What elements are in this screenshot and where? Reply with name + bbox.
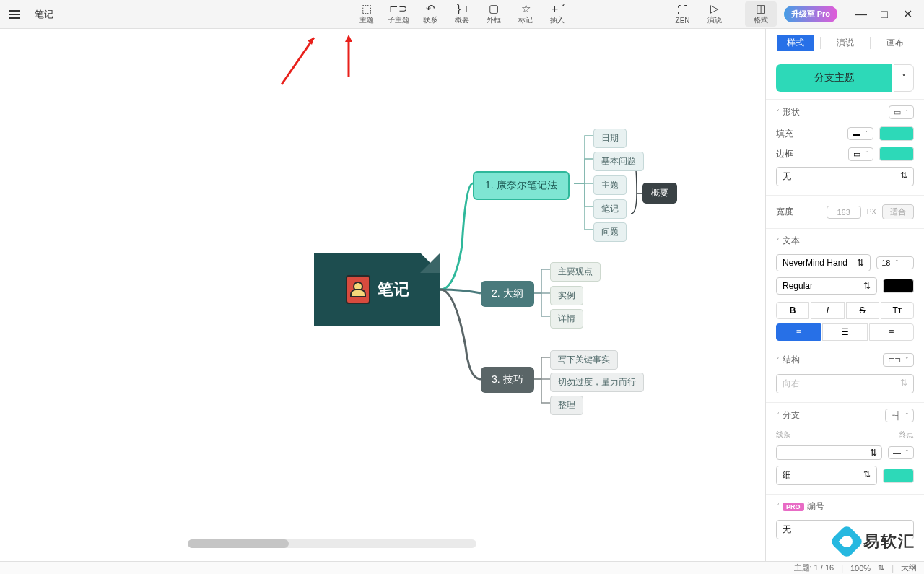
- mindmap-leaf[interactable]: 切勿过度，量力而行: [550, 373, 644, 392]
- tool-topic[interactable]: ⬚主题: [351, 1, 383, 27]
- chevron-down-icon[interactable]: ˅: [776, 108, 780, 116]
- tool-summary[interactable]: }□概要: [446, 1, 478, 27]
- maximize-button[interactable]: □: [879, 9, 889, 19]
- tool-relationship[interactable]: ↶联系: [414, 1, 446, 27]
- section-width: 宽度 PX 适合: [766, 195, 924, 228]
- window-controls: — □ ✕: [845, 9, 924, 19]
- font-size-select[interactable]: 18˅: [876, 256, 914, 269]
- subtopic-icon: ⊏⊃: [389, 3, 408, 14]
- structure-selector[interactable]: ⊏⊐˅: [883, 353, 914, 367]
- mindmap-leaf[interactable]: 笔记: [593, 199, 627, 219]
- mindmap-leaf[interactable]: 日期: [593, 129, 627, 148]
- zoom-level[interactable]: 100%: [850, 564, 871, 573]
- panel-tabs: 样式 演说 画布: [766, 29, 924, 57]
- tool-insert[interactable]: ＋˅插入: [541, 1, 573, 27]
- toolbar-right: ⛶ZEN ▷演说 ◫格式 升级至 Pro — □ ✕: [667, 1, 924, 27]
- tool-marker[interactable]: ☆标记: [510, 1, 541, 27]
- tool-zen[interactable]: ⛶ZEN: [667, 3, 699, 26]
- topic-icon: ⬚: [362, 3, 372, 14]
- case-button[interactable]: Tт: [881, 302, 914, 319]
- mindmap-branch-1[interactable]: 1. 康奈尔笔记法: [473, 171, 570, 200]
- annotation-arrow-1: [274, 30, 325, 88]
- border-style-select[interactable]: ▭˅: [848, 147, 873, 161]
- minimize-button[interactable]: —: [856, 9, 866, 19]
- mindmap-leaf[interactable]: 写下关键事实: [550, 350, 618, 370]
- chevron-down-icon[interactable]: ˅: [776, 412, 780, 419]
- width-input[interactable]: [827, 206, 861, 219]
- mindmap-branch-2[interactable]: 2. 大纲: [481, 281, 534, 307]
- watermark: 易软汇: [834, 529, 915, 554]
- section-structure: ˅结构 ⊏⊐˅ 向右⇅: [766, 347, 924, 402]
- svg-marker-3: [345, 35, 352, 42]
- tab-style[interactable]: 样式: [777, 35, 814, 51]
- mindmap-leaf[interactable]: 主要观点: [550, 262, 601, 282]
- root-label: 笔记: [378, 279, 409, 300]
- mindmap-root-node[interactable]: 笔记: [314, 253, 440, 326]
- mindmap-branch-3[interactable]: 3. 技巧: [481, 367, 534, 393]
- thickness-select[interactable]: 细⇅: [776, 466, 877, 485]
- mindmap-leaf[interactable]: 基本问题: [593, 152, 644, 171]
- fill-color-swatch[interactable]: [879, 126, 914, 141]
- svg-marker-1: [308, 38, 314, 45]
- horizontal-scrollbar[interactable]: [188, 539, 476, 548]
- chevron-down-icon[interactable]: ˅: [776, 503, 780, 510]
- branch-topic-button[interactable]: 分支主题: [776, 64, 892, 92]
- summary-icon: }□: [457, 3, 467, 14]
- tool-subtopic[interactable]: ⊏⊃子主题: [383, 1, 414, 27]
- upgrade-pro-badge[interactable]: 升级至 Pro: [784, 6, 837, 22]
- align-center-button[interactable]: ☰: [822, 323, 867, 341]
- tool-format[interactable]: ◫格式: [745, 1, 777, 27]
- tool-pitch[interactable]: ▷演说: [699, 1, 731, 27]
- hamburger-menu[interactable]: [0, 14, 29, 15]
- branch-color-swatch[interactable]: [883, 469, 914, 483]
- fit-button[interactable]: 适合: [882, 204, 914, 219]
- line-style-preview[interactable]: ⇅: [776, 445, 882, 460]
- mindmap-summary-node[interactable]: 概要: [642, 183, 677, 204]
- mindmap-leaf[interactable]: 问题: [593, 222, 627, 242]
- chevron-down-icon[interactable]: ˅: [776, 356, 780, 364]
- tab-pitch[interactable]: 演说: [827, 35, 864, 51]
- align-left-button[interactable]: ≡: [776, 323, 821, 341]
- mindmap-leaf[interactable]: 详情: [550, 309, 583, 329]
- watermark-text: 易软汇: [863, 531, 915, 552]
- branch-style-selector[interactable]: ╶┤˅: [885, 409, 914, 422]
- close-button[interactable]: ✕: [902, 9, 912, 19]
- branch-dropdown[interactable]: ˅: [894, 64, 914, 92]
- strike-button[interactable]: S: [846, 302, 879, 319]
- canvas[interactable]: 笔记 1. 康奈尔笔记法 2. 大纲 3. 技巧 日期 基本问题 主题 笔记 问…: [0, 29, 765, 561]
- endpoint-select[interactable]: —˅: [888, 446, 914, 459]
- scrollbar-thumb[interactable]: [188, 539, 289, 548]
- statusbar: 主题: 1 / 16 | 100%⇅ | 大纲: [0, 561, 924, 574]
- document-title: 笔记: [35, 8, 53, 21]
- section-shape: ˅形状 ▭˅ 填充 ▬˅ 边框 ▭˅ 无⇅: [766, 99, 924, 195]
- view-mode[interactable]: 大纲: [901, 562, 917, 573]
- text-color-swatch[interactable]: [883, 279, 914, 293]
- font-weight-select[interactable]: Regular⇅: [776, 277, 877, 295]
- mindmap-leaf[interactable]: 主题: [593, 175, 627, 195]
- format-panel: 样式 演说 画布 分支主题 ˅ ˅形状 ▭˅ 填充 ▬˅ 边框 ▭˅ 无⇅ 宽度: [765, 29, 924, 561]
- border-color-swatch[interactable]: [879, 147, 914, 161]
- titlebar: 笔记 ⬚主题 ⊏⊃子主题 ↶联系 }□概要 ▢外框 ☆标记 ＋˅插入 ⛶ZEN …: [0, 0, 924, 29]
- toolbar-center: ⬚主题 ⊏⊃子主题 ↶联系 }□概要 ▢外框 ☆标记 ＋˅插入: [351, 1, 573, 27]
- marker-icon: ☆: [521, 3, 531, 14]
- insert-icon: ＋˅: [549, 3, 566, 14]
- tool-boundary[interactable]: ▢外框: [478, 1, 510, 27]
- boundary-icon: ▢: [489, 3, 499, 14]
- direction-select[interactable]: 向右⇅: [776, 374, 914, 393]
- shape-selector[interactable]: ▭˅: [889, 105, 914, 119]
- fill-style-select[interactable]: ▬˅: [847, 127, 873, 140]
- mindmap-leaf[interactable]: 实例: [550, 286, 583, 305]
- notebook-icon: [346, 275, 370, 304]
- section-branch: ˅分支 ╶┤˅ 线条 终点 ⇅ —˅ 细⇅: [766, 402, 924, 494]
- italic-button[interactable]: I: [811, 302, 844, 319]
- pitch-icon: ▷: [710, 3, 719, 14]
- tab-canvas[interactable]: 画布: [876, 35, 914, 51]
- relationship-icon: ↶: [426, 3, 435, 14]
- font-select[interactable]: NeverMind Hand⇅: [776, 254, 871, 271]
- topic-count: 主题: 1 / 16: [794, 562, 834, 573]
- bold-button[interactable]: B: [776, 302, 809, 319]
- line-style-select[interactable]: 无⇅: [776, 167, 914, 186]
- mindmap-leaf[interactable]: 整理: [550, 396, 583, 415]
- chevron-down-icon[interactable]: ˅: [776, 237, 780, 245]
- align-right-button[interactable]: ≡: [869, 323, 914, 341]
